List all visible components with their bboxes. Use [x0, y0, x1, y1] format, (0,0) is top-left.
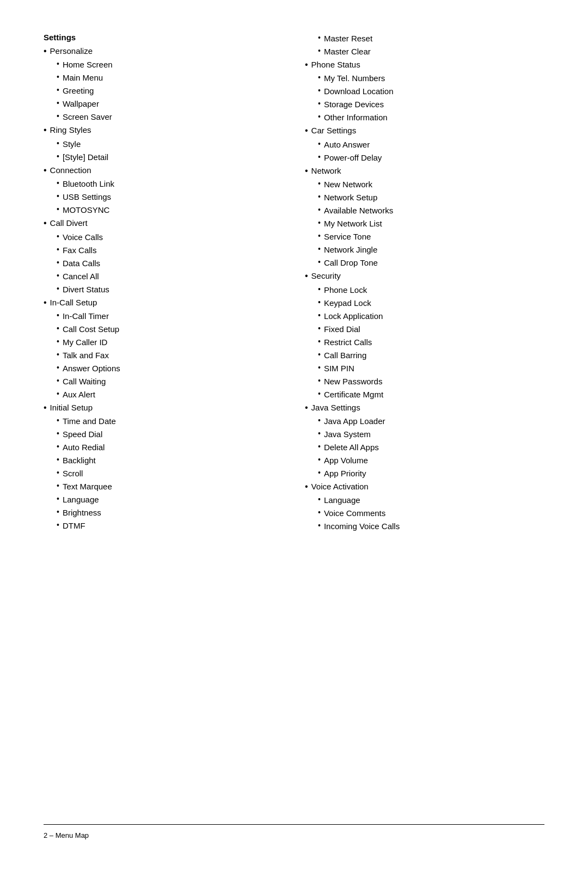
item-label: Language — [324, 494, 360, 506]
bullet-icon: • — [318, 139, 321, 150]
page-footer: 2 – Menu Map — [44, 824, 544, 839]
item-label: Time and Date — [63, 415, 116, 427]
item-label: Fax Calls — [63, 244, 97, 256]
item-label: Master Reset — [324, 33, 372, 44]
level2-item: •MOTOSYNC — [44, 204, 283, 216]
bullet-icon: • — [318, 99, 321, 109]
level2-item: •My Caller ID — [44, 336, 283, 348]
level2-item: •App Volume — [305, 455, 544, 466]
list-item: • Car Settings •Auto Answer •Power-off D… — [305, 125, 544, 163]
level2-item: •Backlight — [44, 455, 283, 466]
level2-item: •[Style] Detail — [44, 151, 283, 163]
item-label: Security — [311, 270, 341, 281]
level2-item: •New Passwords — [305, 376, 544, 387]
bullet-icon: • — [57, 336, 59, 347]
level2-item: •Language — [44, 494, 283, 505]
level2-item: •SIM PIN — [305, 363, 544, 374]
item-label: Incoming Voice Calls — [324, 520, 400, 532]
item-label: Connection — [50, 164, 91, 176]
level2-item: •Wallpaper — [44, 98, 283, 109]
bullet-icon: • — [57, 271, 59, 281]
bullet-icon: • — [305, 125, 308, 137]
item-label: SIM PIN — [324, 363, 354, 374]
item-label: Service Tone — [324, 231, 371, 242]
bullet-icon: • — [318, 507, 321, 518]
item-label: New Network — [324, 179, 372, 190]
level2-item: •Java System — [305, 428, 544, 440]
bullet-icon: • — [57, 191, 59, 202]
item-label: Screen Saver — [63, 111, 112, 122]
level1-item: • Voice Activation — [305, 481, 544, 493]
item-label: Scroll — [63, 468, 83, 479]
bullet-icon: • — [57, 363, 59, 373]
level1-item: • Call Divert — [44, 217, 283, 229]
level2-item: •Service Tone — [305, 231, 544, 242]
level2-item: •Download Location — [305, 85, 544, 97]
level2-item: •Voice Calls — [44, 231, 283, 243]
settings-title: Settings — [44, 33, 283, 42]
list-item: • Security •Phone Lock •Keypad Lock •Loc… — [305, 270, 544, 400]
level2-item: •Home Screen — [44, 59, 283, 70]
bullet-icon: • — [318, 205, 321, 216]
level1-item: • Ring Styles — [44, 124, 283, 136]
level2-item: •Answer Options — [44, 363, 283, 374]
bullet-icon: • — [57, 442, 59, 452]
level2-item: •Main Menu — [44, 72, 283, 83]
item-label: Initial Setup — [50, 402, 93, 413]
list-item: • Initial Setup •Time and Date •Speed Di… — [44, 402, 283, 531]
level2-item: •Call Barring — [305, 349, 544, 361]
bullet-icon: • — [318, 244, 321, 255]
item-label: Master Clear — [324, 46, 371, 57]
level1-item: • Personalize — [44, 45, 283, 57]
item-label: Java System — [324, 428, 371, 440]
item-label: Other Information — [324, 112, 388, 123]
level2-item: •Talk and Fax — [44, 349, 283, 361]
right-column: •Master Reset •Master Clear • Phone Stat… — [305, 33, 544, 802]
level2-item: •Other Information — [305, 112, 544, 123]
item-label: Voice Comments — [324, 507, 385, 519]
page-container: Settings • Personalize •Home Screen •Mai… — [0, 0, 588, 883]
level2-item: •Auto Answer — [305, 139, 544, 150]
bullet-icon: • — [318, 46, 321, 57]
item-label: Language — [63, 494, 99, 505]
bullet-icon: • — [57, 428, 59, 439]
bullet-icon: • — [318, 85, 321, 96]
list-item: • Java Settings •Java App Loader •Java S… — [305, 402, 544, 479]
level1-item: • Java Settings — [305, 402, 544, 414]
content-columns: Settings • Personalize •Home Screen •Mai… — [44, 33, 544, 802]
item-label: Ring Styles — [50, 124, 91, 136]
level2-item: •Master Clear — [305, 46, 544, 57]
bullet-icon: • — [318, 376, 321, 387]
bullet-icon: • — [305, 270, 308, 282]
bullet-icon: • — [318, 284, 321, 295]
bullet-icon: • — [318, 192, 321, 203]
item-label: Backlight — [63, 455, 96, 466]
bullet-icon: • — [57, 349, 59, 360]
level2-item: •Auto Redial — [44, 442, 283, 453]
level2-item: •DTMF — [44, 520, 283, 531]
item-label: Auto Answer — [324, 139, 370, 150]
level1-item: • Connection — [44, 164, 283, 176]
bullet-icon: • — [305, 402, 308, 414]
level2-item: •My Network List — [305, 218, 544, 229]
bullet-icon: • — [57, 59, 59, 70]
level2-item: •Aux Alert — [44, 389, 283, 400]
bullet-icon: • — [57, 85, 59, 96]
bullet-icon: • — [44, 124, 47, 136]
level2-item: •Greeting — [44, 85, 283, 96]
item-label: Auto Redial — [63, 442, 105, 453]
level1-item: • Security — [305, 270, 544, 282]
level1-item: • In-Call Setup — [44, 297, 283, 309]
bullet-icon: • — [318, 442, 321, 452]
level2-item: •Speed Dial — [44, 428, 283, 440]
left-column: Settings • Personalize •Home Screen •Mai… — [44, 33, 305, 802]
item-label: Speed Dial — [63, 428, 102, 440]
level2-item: •Cancel All — [44, 271, 283, 282]
bullet-icon: • — [318, 415, 321, 426]
bullet-icon: • — [318, 297, 321, 308]
bullet-icon: • — [57, 468, 59, 479]
list-item: • Voice Activation •Language •Voice Comm… — [305, 481, 544, 532]
item-label: Greeting — [63, 85, 94, 96]
item-label: Call Divert — [50, 217, 88, 229]
level2-item: •Phone Lock — [305, 284, 544, 296]
